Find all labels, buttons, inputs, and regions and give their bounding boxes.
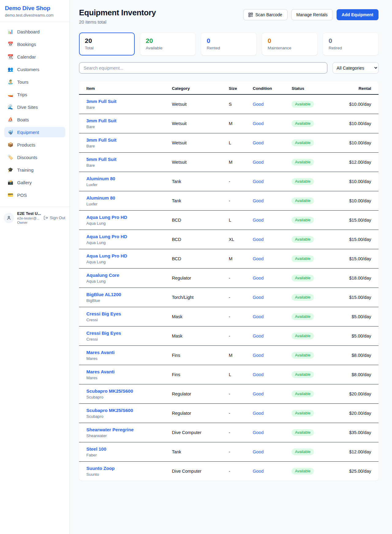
item-size: - [229, 191, 253, 211]
item-name-link[interactable]: Aluminum 80 [86, 195, 172, 200]
sidebar-item[interactable]: 📊 Dashboard [4, 26, 65, 37]
stat-card[interactable]: 20 Available [140, 32, 196, 55]
search-input[interactable] [79, 62, 327, 74]
category-filter-select[interactable]: All Categories [333, 62, 379, 74]
sidebar-item[interactable]: 📅 Bookings [4, 39, 65, 49]
item-size: L [229, 211, 253, 230]
status-badge: Available [292, 313, 314, 320]
table-row: Suunto Zoop Suunto Dive Computer - Good … [79, 462, 379, 481]
condition-link[interactable]: Good [253, 179, 263, 184]
sidebar-item[interactable]: 🌊 Dive Sites [4, 102, 65, 112]
sidebar-item[interactable]: 👥 Customers [4, 64, 65, 74]
condition-link[interactable]: Good [253, 314, 263, 319]
item-name-link[interactable]: 3mm Full Suit [86, 137, 172, 143]
condition-link[interactable]: Good [253, 140, 263, 145]
item-name-link[interactable]: Mares Avanti [86, 369, 172, 374]
stat-card[interactable]: 0 Retired [323, 32, 379, 55]
condition-link[interactable]: Good [253, 372, 263, 377]
item-name-link[interactable]: Suunto Zoop [86, 466, 172, 471]
item-name-link[interactable]: Steel 100 [86, 446, 172, 452]
stat-card[interactable]: 20 Total [79, 32, 135, 55]
stat-card[interactable]: 0 Maintenance [262, 32, 318, 55]
table-row: Scubapro MK25/S600 Scubapro Regulator - … [79, 384, 379, 404]
status-badge: Available [292, 236, 314, 243]
condition-link[interactable]: Good [253, 353, 263, 358]
user-meta: E2E Test U... e2e-tester@... Owner [17, 211, 40, 224]
table-row: Aqua Lung Pro HD Aqua Lung BCD M Good Av… [79, 249, 379, 269]
condition-link[interactable]: Good [253, 276, 263, 280]
status-badge: Available [292, 352, 314, 359]
manage-rentals-button[interactable]: Manage Rentals [291, 9, 333, 20]
condition-link[interactable]: Good [253, 102, 263, 107]
item-category: Tank [172, 442, 229, 462]
item-name-link[interactable]: Aluminum 80 [86, 176, 172, 181]
status-badge: Available [292, 178, 314, 185]
condition-link[interactable]: Good [253, 218, 263, 223]
item-name-link[interactable]: Mares Avanti [86, 350, 172, 355]
condition-link[interactable]: Good [253, 198, 263, 203]
item-category: BCD [172, 211, 229, 230]
item-size: - [229, 269, 253, 288]
table-row: BigBlue AL1200 BigBlue Torch/Light - Goo… [79, 288, 379, 307]
add-equipment-button[interactable]: Add Equipment [337, 9, 379, 20]
sidebar-item[interactable]: ⛵ Boats [4, 114, 65, 125]
sidebar-item[interactable]: 💳 POS [4, 190, 65, 200]
rental-rate: $15.00/day [337, 211, 379, 230]
item-name-link[interactable]: Scubapro MK25/S600 [86, 388, 172, 394]
condition-link[interactable]: Good [253, 430, 263, 435]
condition-link[interactable]: Good [253, 411, 263, 416]
condition-link[interactable]: Good [253, 391, 263, 396]
boats-icon: ⛵ [7, 117, 13, 122]
condition-link[interactable]: Good [253, 295, 263, 300]
item-category: Regulator [172, 404, 229, 423]
condition-link[interactable]: Good [253, 121, 263, 126]
item-name-link[interactable]: Shearwater Peregrine [86, 427, 172, 432]
condition-link[interactable]: Good [253, 334, 263, 338]
sidebar-item[interactable]: 📦 Products [4, 139, 65, 150]
item-name-link[interactable]: 5mm Full Suit [86, 157, 172, 162]
item-category: Wetsuit [172, 133, 229, 153]
add-equipment-label: Add Equipment [342, 12, 373, 17]
item-size: M [229, 249, 253, 269]
item-name-link[interactable]: Aqua Lung Pro HD [86, 234, 172, 239]
sidebar-item-label: Tours [17, 79, 28, 85]
sidebar-item[interactable]: 🤿 Equipment [4, 127, 65, 137]
condition-link[interactable]: Good [253, 160, 263, 165]
item-name-link[interactable]: BigBlue AL1200 [86, 292, 172, 297]
condition-link[interactable]: Good [253, 256, 263, 261]
sidebar-item-label: Calendar [17, 54, 36, 59]
item-category: Regulator [172, 384, 229, 404]
item-category: BCD [172, 230, 229, 249]
sidebar-item[interactable]: 🚤 Trips [4, 89, 65, 100]
sidebar-item-label: Customers [17, 67, 40, 72]
table-row: Steel 100 Faber Tank - Good Available $1… [79, 442, 379, 462]
item-category: Wetsuit [172, 153, 229, 172]
sidebar-item[interactable]: 🎓 Training [4, 165, 65, 175]
condition-link[interactable]: Good [253, 449, 263, 454]
barcode-icon [248, 13, 253, 17]
sidebar-item[interactable]: 🏝️ Tours [4, 77, 65, 87]
item-name-link[interactable]: Aqua Lung Pro HD [86, 253, 172, 258]
stat-card[interactable]: 0 Rented [201, 32, 257, 55]
user-role: Owner [17, 221, 40, 224]
item-name-link[interactable]: Aqua Lung Pro HD [86, 215, 172, 220]
status-badge: Available [292, 255, 314, 262]
sidebar-item[interactable]: 📆 Calendar [4, 51, 65, 62]
sign-out-button[interactable]: Sign Out [43, 216, 66, 220]
item-name-link[interactable]: 3mm Full Suit [86, 118, 172, 123]
brand-name[interactable]: Demo Dive Shop [5, 5, 65, 12]
item-size: - [229, 288, 253, 307]
item-brand: Aqua Lung [86, 279, 172, 284]
item-name-link[interactable]: Aqualung Core [86, 273, 172, 278]
item-size: L [229, 365, 253, 384]
condition-link[interactable]: Good [253, 469, 263, 474]
item-name-link[interactable]: 3mm Full Suit [86, 99, 172, 104]
item-name-link[interactable]: Cressi Big Eyes [86, 330, 172, 336]
condition-link[interactable]: Good [253, 237, 263, 242]
item-category: Fins [172, 365, 229, 384]
scan-barcode-button[interactable]: Scan Barcode [243, 9, 288, 20]
sidebar-item[interactable]: 🏷️ Discounts [4, 152, 65, 162]
sidebar-item[interactable]: 📸 Gallery [4, 177, 65, 188]
item-name-link[interactable]: Cressi Big Eyes [86, 311, 172, 316]
item-name-link[interactable]: Scubapro MK25/S600 [86, 408, 172, 413]
